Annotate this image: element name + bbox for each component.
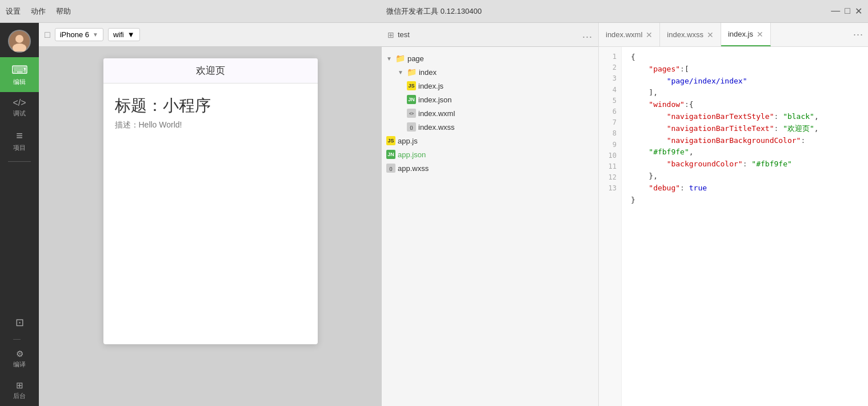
code-line-5: "window":{	[631, 99, 868, 111]
file-tree: ▼ 📁 page ▼ 📁 index JS index.js JN	[382, 47, 598, 406]
sidebar-item-backend[interactable]: ⊞ 后台	[13, 375, 26, 406]
code-line-9: "backgroundColor": "#fbf9fe"	[631, 158, 868, 170]
editor-tabs: index.wxml ✕ index.wxss ✕ index.js ✕ ···	[599, 23, 868, 47]
folder-panel-icon: ⊞	[387, 30, 394, 39]
phone-desc: 描述：Hello World!	[115, 120, 306, 130]
close-button[interactable]: ✕	[855, 6, 862, 17]
code-line-7: "navigationBarTitleText": "欢迎页",	[631, 123, 868, 135]
line-num-8: 8	[599, 128, 621, 139]
app-wxss-icon: {}	[386, 164, 395, 173]
index-wxml-label: index.wxml	[418, 109, 455, 118]
index-js-label: index.js	[418, 82, 443, 90]
menu-bar: 设置 动作 帮助	[6, 6, 71, 17]
tree-item-app-json[interactable]: JN app.json	[382, 148, 598, 161]
title-bar: 设置 动作 帮助 微信开发者工具 0.12.130400 — □ ✕	[0, 0, 868, 23]
line-num-1: 1	[599, 51, 621, 62]
project-icon: ≡	[16, 129, 23, 142]
menu-actions[interactable]: 动作	[31, 6, 46, 17]
debug-icon: </>	[13, 98, 26, 108]
maximize-button[interactable]: □	[845, 6, 850, 17]
sidebar-item-editor[interactable]: ⌨ 编辑	[0, 57, 39, 92]
tab-index-wxml-close[interactable]: ✕	[646, 30, 653, 39]
phone-nav-bar: 欢迎页	[103, 58, 318, 83]
tree-item-app-js[interactable]: JS app.js	[382, 134, 598, 148]
editor-panel: index.wxml ✕ index.wxss ✕ index.js ✕ ···…	[599, 23, 868, 406]
line-num-10: 10	[599, 150, 621, 161]
line-num-2: 2	[599, 62, 621, 73]
phone-title: 标题：小程序	[115, 95, 306, 117]
preview-toolbar: □ iPhone 6 ▼ wifi ▼	[39, 23, 382, 47]
file-panel-header: ⊞ test ...	[382, 23, 598, 47]
tree-item-page-folder[interactable]: ▼ 📁 page	[382, 51, 598, 65]
tab-index-wxss-label: index.wxss	[667, 30, 703, 39]
code-line-3: "page/index/index"	[631, 75, 868, 87]
code-line-4: ],	[631, 87, 868, 99]
network-select[interactable]: wifi ▼	[108, 28, 140, 41]
tree-item-app-wxss[interactable]: {} app.wxss	[382, 161, 598, 175]
index-json-icon: JN	[407, 95, 416, 104]
compile-label: 编译	[13, 360, 26, 369]
line-num-4: 4	[599, 85, 621, 95]
line-num-5: 5	[599, 95, 621, 106]
sidebar-item-compile[interactable]: ⚙ 编译	[13, 343, 26, 375]
tree-item-index-wxss[interactable]: {} index.wxss	[382, 120, 598, 134]
component-icon: ⊡	[15, 316, 24, 329]
device-arrow-icon: ▼	[93, 31, 98, 38]
page-folder-arrow-icon: ▼	[386, 55, 392, 62]
code-line-8b: "#fbf9fe",	[631, 146, 868, 158]
app-js-icon: JS	[386, 136, 395, 145]
tree-item-index-folder[interactable]: ▼ 📁 index	[382, 65, 598, 79]
phone-body: 标题：小程序 描述：Hello World!	[103, 83, 318, 142]
preview-panel: □ iPhone 6 ▼ wifi ▼ 欢迎页 标题：小程序 描述：Hello …	[39, 23, 382, 406]
app-json-label: app.json	[398, 150, 426, 159]
sidebar-item-debug[interactable]: </> 调试	[0, 92, 39, 124]
line-num-3: 3	[599, 73, 621, 84]
line-num-12: 12	[599, 172, 621, 183]
tabs-more-btn[interactable]: ···	[849, 23, 868, 46]
sidebar-item-project[interactable]: ≡ 项目	[0, 124, 39, 158]
code-area[interactable]: 1 2 3 4 5 6 7 8 9 10 11 12 13 { "pages":…	[599, 47, 868, 406]
device-frame-icon: □	[45, 30, 50, 40]
tree-item-index-js[interactable]: JS index.js	[382, 79, 598, 93]
code-line-12: }	[631, 194, 868, 206]
sidebar-bottom: ⊡ ⚙ 编译 ⊞ 后台	[13, 311, 26, 406]
backend-label: 后台	[13, 392, 26, 400]
network-label: wifi	[113, 30, 124, 39]
app-title: 微信开发者工具 0.12.130400	[386, 6, 482, 17]
file-panel: ⊞ test ... ▼ 📁 page ▼ 📁 index JS in	[382, 23, 599, 406]
menu-settings[interactable]: 设置	[6, 6, 21, 17]
tab-index-js[interactable]: index.js ✕	[721, 23, 771, 46]
file-panel-more-btn[interactable]: ...	[582, 29, 593, 41]
tab-index-wxml[interactable]: index.wxml ✕	[599, 23, 660, 46]
sidebar-divider-2	[13, 339, 21, 340]
line-numbers: 1 2 3 4 5 6 7 8 9 10 11 12 13	[599, 47, 622, 406]
file-panel-title: test	[398, 30, 579, 39]
avatar[interactable]	[8, 30, 31, 53]
index-folder-label: index	[419, 68, 437, 77]
backend-icon: ⊞	[16, 380, 23, 391]
page-folder-label: page	[407, 54, 424, 63]
code-line-8: "navigationBarBackgroundColor":	[631, 135, 868, 147]
device-select[interactable]: iPhone 6 ▼	[55, 28, 103, 41]
network-arrow-icon: ▼	[127, 30, 135, 39]
editor-icon: ⌨	[11, 63, 28, 77]
code-content: { "pages":[ "page/index/index" ], "windo…	[622, 47, 868, 406]
tab-index-wxss-close[interactable]: ✕	[707, 30, 714, 39]
minimize-button[interactable]: —	[831, 6, 840, 17]
line-num-11: 11	[599, 161, 621, 172]
sidebar-item-component[interactable]: ⊡	[13, 311, 26, 336]
index-wxss-label: index.wxss	[418, 123, 455, 132]
tree-item-index-wxml[interactable]: <> index.wxml	[382, 106, 598, 120]
menu-help[interactable]: 帮助	[56, 6, 71, 17]
tab-index-js-close[interactable]: ✕	[757, 30, 763, 39]
tab-index-wxss[interactable]: index.wxss ✕	[660, 23, 721, 46]
tab-index-js-label: index.js	[728, 30, 753, 38]
line-num-9: 9	[599, 140, 621, 150]
index-folder-arrow-icon: ▼	[398, 69, 403, 75]
app-js-label: app.js	[398, 137, 418, 145]
project-label: 项目	[13, 144, 26, 152]
index-folder-icon: 📁	[407, 67, 417, 77]
app-wxss-label: app.wxss	[398, 164, 429, 173]
tree-item-index-json[interactable]: JN index.json	[382, 93, 598, 106]
index-wxss-icon: {}	[407, 122, 416, 132]
